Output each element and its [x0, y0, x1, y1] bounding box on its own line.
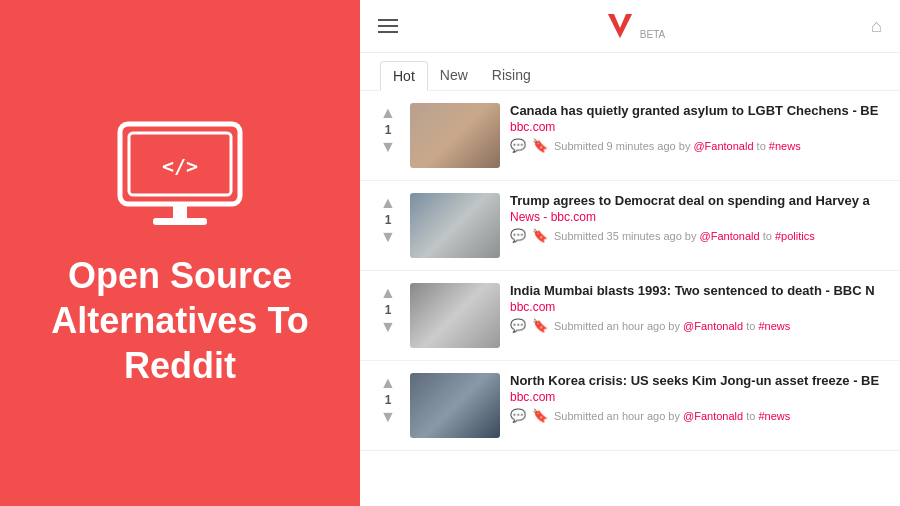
- post-content: Trump agrees to Democrat deal on spendin…: [510, 193, 884, 243]
- tab-rising[interactable]: Rising: [480, 61, 543, 90]
- post-title[interactable]: India Mumbai blasts 1993: Two sentenced …: [510, 283, 884, 298]
- post-meta: 💬 🔖 Submitted 9 minutes ago by @Fantonal…: [510, 138, 884, 153]
- comment-icon[interactable]: 💬: [510, 228, 526, 243]
- tab-new[interactable]: New: [428, 61, 480, 90]
- bookmark-icon[interactable]: 🔖: [532, 138, 548, 153]
- vote-column: ▲ 1 ▼: [376, 373, 400, 425]
- hamburger-menu[interactable]: [378, 19, 398, 33]
- post-title[interactable]: Canada has quietly granted asylum to LGB…: [510, 103, 884, 118]
- bookmark-icon[interactable]: 🔖: [532, 408, 548, 423]
- topbar: BETA ⌂: [360, 0, 900, 53]
- vote-column: ▲ 1 ▼: [376, 103, 400, 155]
- post-thumbnail: [410, 373, 500, 438]
- monitor-icon: </>: [115, 119, 245, 229]
- comment-icon[interactable]: 💬: [510, 138, 526, 153]
- post-source[interactable]: News - bbc.com: [510, 210, 884, 224]
- downvote-button[interactable]: ▼: [380, 139, 396, 155]
- upvote-button[interactable]: ▲: [380, 375, 396, 391]
- post-title[interactable]: North Korea crisis: US seeks Kim Jong-un…: [510, 373, 884, 388]
- upvote-button[interactable]: ▲: [380, 195, 396, 211]
- svg-rect-4: [153, 218, 207, 225]
- upvote-button[interactable]: ▲: [380, 285, 396, 301]
- post-source[interactable]: bbc.com: [510, 300, 884, 314]
- left-panel: </> Open Source Alternatives To Reddit: [0, 0, 360, 506]
- downvote-button[interactable]: ▼: [380, 319, 396, 335]
- post-thumbnail: [410, 283, 500, 348]
- comment-icon[interactable]: 💬: [510, 318, 526, 333]
- post-content: India Mumbai blasts 1993: Two sentenced …: [510, 283, 884, 333]
- post-thumbnail: [410, 103, 500, 168]
- svg-rect-3: [173, 204, 187, 218]
- bookmark-icon[interactable]: 🔖: [532, 228, 548, 243]
- downvote-button[interactable]: ▼: [380, 229, 396, 245]
- post-item: ▲ 1 ▼ North Korea crisis: US seeks Kim J…: [360, 361, 900, 451]
- post-meta: 💬 🔖 Submitted an hour ago by @Fantonald …: [510, 408, 884, 423]
- vote-column: ▲ 1 ▼: [376, 283, 400, 335]
- post-item: ▲ 1 ▼ Canada has quietly granted asylum …: [360, 91, 900, 181]
- comment-icon[interactable]: 💬: [510, 408, 526, 423]
- upvote-button[interactable]: ▲: [380, 105, 396, 121]
- post-item: ▲ 1 ▼ India Mumbai blasts 1993: Two sent…: [360, 271, 900, 361]
- bookmark-icon[interactable]: 🔖: [532, 318, 548, 333]
- meta-text: Submitted an hour ago by @Fantonald to #…: [554, 320, 790, 332]
- left-title: Open Source Alternatives To Reddit: [30, 253, 330, 388]
- tabs-bar: Hot New Rising: [360, 53, 900, 91]
- meta-text: Submitted an hour ago by @Fantonald to #…: [554, 410, 790, 422]
- vote-count: 1: [385, 393, 392, 407]
- svg-text:</>: </>: [162, 154, 198, 178]
- logo: BETA: [604, 10, 665, 42]
- post-content: North Korea crisis: US seeks Kim Jong-un…: [510, 373, 884, 423]
- post-meta: 💬 🔖 Submitted an hour ago by @Fantonald …: [510, 318, 884, 333]
- vote-count: 1: [385, 303, 392, 317]
- post-meta: 💬 🔖 Submitted 35 minutes ago by @Fantona…: [510, 228, 884, 243]
- post-content: Canada has quietly granted asylum to LGB…: [510, 103, 884, 153]
- vote-count: 1: [385, 213, 392, 227]
- post-thumbnail: [410, 193, 500, 258]
- post-source[interactable]: bbc.com: [510, 120, 884, 134]
- meta-text: Submitted 35 minutes ago by @Fantonald t…: [554, 230, 815, 242]
- vote-column: ▲ 1 ▼: [376, 193, 400, 245]
- meta-text: Submitted 9 minutes ago by @Fantonald to…: [554, 140, 801, 152]
- post-item: ▲ 1 ▼ Trump agrees to Democrat deal on s…: [360, 181, 900, 271]
- logo-beta-label: BETA: [640, 29, 665, 40]
- post-feed: ▲ 1 ▼ Canada has quietly granted asylum …: [360, 91, 900, 506]
- home-button[interactable]: ⌂: [871, 16, 882, 37]
- logo-icon: [604, 10, 636, 42]
- tab-hot[interactable]: Hot: [380, 61, 428, 91]
- right-panel: BETA ⌂ Hot New Rising ▲ 1 ▼ Canada has q…: [360, 0, 900, 506]
- post-title[interactable]: Trump agrees to Democrat deal on spendin…: [510, 193, 884, 208]
- downvote-button[interactable]: ▼: [380, 409, 396, 425]
- svg-marker-6: [608, 14, 632, 38]
- post-source[interactable]: bbc.com: [510, 390, 884, 404]
- vote-count: 1: [385, 123, 392, 137]
